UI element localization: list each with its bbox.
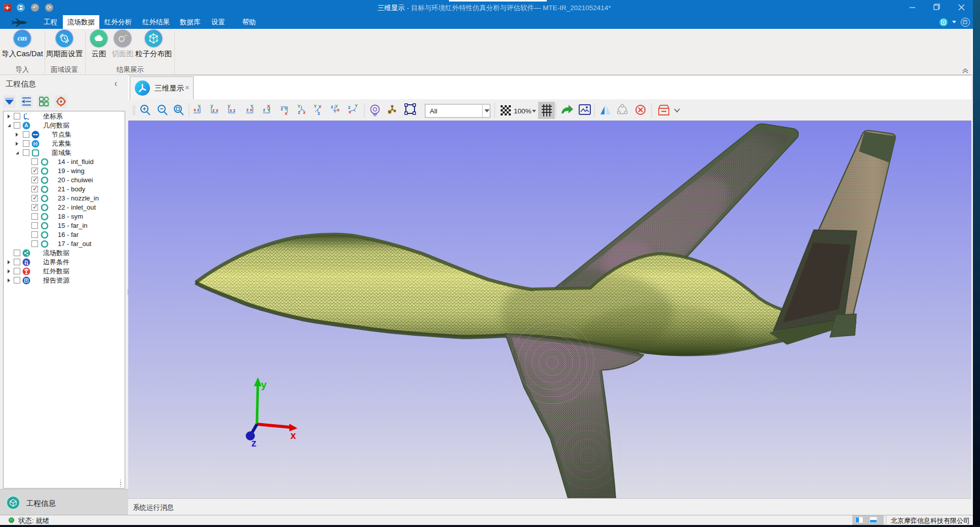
svg-text:x: x [216, 108, 218, 113]
svg-text:y: y [261, 379, 267, 390]
svg-text:All: All [430, 107, 437, 115]
svg-text:x: x [319, 104, 321, 109]
svg-text:x: x [230, 108, 232, 113]
svg-text:Y: Y [314, 104, 317, 109]
svg-text:X: X [267, 104, 270, 109]
svg-text:z: z [318, 111, 320, 116]
svg-text:z: z [251, 437, 256, 449]
svg-text:x: x [27, 117, 29, 120]
svg-text:100%: 100% [514, 107, 532, 115]
svg-text:z: z [298, 110, 300, 115]
svg-text:Y: Y [250, 104, 253, 109]
svg-text:z: z [281, 106, 283, 111]
svg-text:z: z [212, 108, 215, 113]
svg-text:z: z [263, 107, 266, 112]
svg-text:x: x [290, 430, 296, 441]
svg-text:Y: Y [198, 104, 201, 109]
svg-text:Y: Y [25, 112, 27, 115]
svg-text:z: z [233, 108, 236, 113]
svg-text:x: x [337, 107, 340, 112]
svg-text:z: z [246, 107, 249, 112]
svg-text:x: x [285, 111, 287, 116]
svg-text:x: x [303, 110, 306, 115]
svg-text:Y: Y [355, 103, 358, 108]
svg-text:Y: Y [297, 104, 300, 109]
svg-text:z: z [331, 104, 333, 109]
svg-text:x: x [194, 107, 196, 112]
svg-text:x: x [349, 109, 351, 114]
svg-text:z: z [25, 117, 26, 120]
